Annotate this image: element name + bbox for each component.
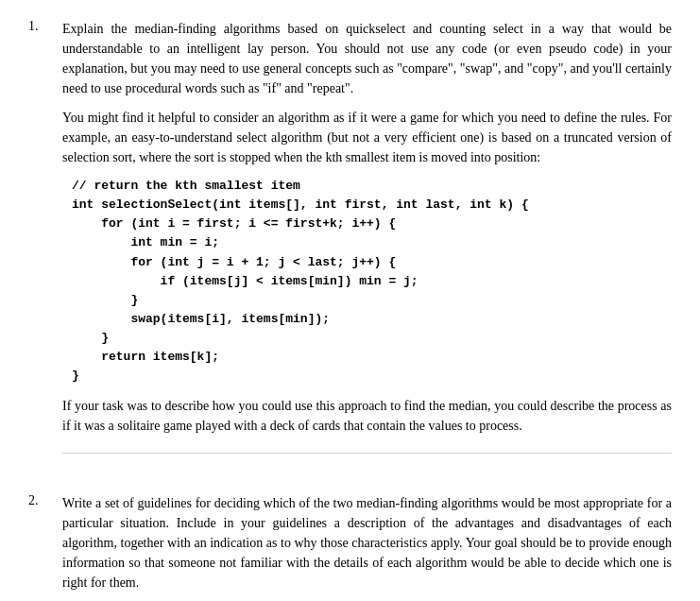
content: 1. Explain the median-finding algorithms… bbox=[28, 19, 672, 601]
question-1-number: 1. bbox=[28, 19, 62, 34]
question-1-body: Explain the median-finding algorithms ba… bbox=[62, 19, 672, 471]
divider-1 bbox=[62, 453, 672, 454]
question-1-code: // return the kth smallest item int sele… bbox=[62, 177, 672, 386]
question-1: 1. Explain the median-finding algorithms… bbox=[28, 19, 672, 471]
question-1-after-para: If your task was to describe how you cou… bbox=[62, 396, 672, 436]
question-1-para-1: Explain the median-finding algorithms ba… bbox=[62, 19, 672, 98]
question-2-para-1: Write a set of guidelines for deciding w… bbox=[62, 493, 672, 592]
question-2-body: Write a set of guidelines for deciding w… bbox=[62, 493, 672, 601]
question-2-number: 2. bbox=[28, 493, 62, 508]
question-2: 2. Write a set of guidelines for decidin… bbox=[28, 493, 672, 601]
question-1-para-2: You might find it helpful to consider an… bbox=[62, 108, 672, 167]
